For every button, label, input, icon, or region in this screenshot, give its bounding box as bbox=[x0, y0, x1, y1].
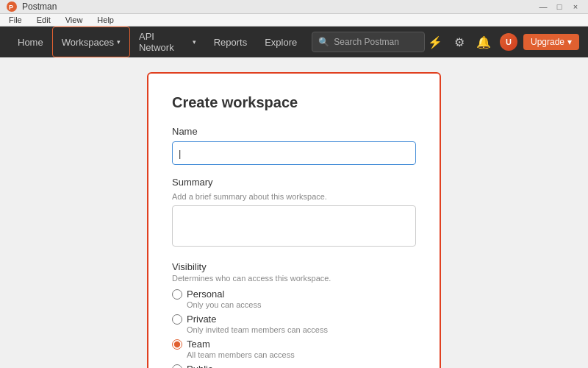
window-controls: — □ × bbox=[537, 0, 582, 13]
personal-label[interactable]: Personal bbox=[187, 289, 224, 300]
team-radio[interactable] bbox=[172, 339, 182, 350]
menu-bar: File Edit View Help bbox=[0, 14, 588, 26]
title-bar: P Postman — □ × bbox=[0, 0, 588, 14]
private-radio[interactable] bbox=[172, 314, 182, 325]
nav-api-network-label: API Network bbox=[139, 31, 190, 53]
name-input[interactable] bbox=[172, 141, 416, 165]
api-network-chevron-icon: ▾ bbox=[193, 38, 196, 46]
name-field-group: Name bbox=[172, 126, 416, 165]
menu-help[interactable]: Help bbox=[94, 14, 117, 26]
summary-field-group: Summary Add a brief summary about this w… bbox=[172, 177, 416, 250]
svg-text:P: P bbox=[9, 4, 13, 11]
user-avatar[interactable]: U bbox=[500, 33, 517, 51]
menu-file[interactable]: File bbox=[6, 14, 25, 26]
nav-workspaces[interactable]: Workspaces ▾ bbox=[52, 26, 130, 57]
create-workspace-dialog: Create workspace Name Summary Add a brie… bbox=[147, 72, 441, 368]
personal-radio[interactable] bbox=[172, 289, 182, 300]
nav-reports[interactable]: Reports bbox=[205, 26, 257, 57]
visibility-group: Visibility Determines who can access thi… bbox=[172, 261, 416, 368]
visibility-personal: Personal Only you can access bbox=[172, 289, 416, 309]
satellite-icon[interactable]: ⚡ bbox=[425, 32, 445, 52]
notification-icon[interactable]: 🔔 bbox=[473, 32, 494, 52]
main-content: Create workspace Name Summary Add a brie… bbox=[0, 57, 588, 368]
summary-hint: Add a brief summary about this workspace… bbox=[172, 192, 416, 201]
dialog-title: Create workspace bbox=[172, 94, 416, 111]
close-button[interactable]: × bbox=[569, 0, 582, 13]
visibility-label: Visibility bbox=[172, 261, 416, 272]
app-title: Postman bbox=[22, 1, 57, 12]
search-icon: 🔍 bbox=[318, 37, 329, 47]
title-bar-left: P Postman bbox=[6, 1, 57, 13]
visibility-team: Team All team members can access bbox=[172, 339, 416, 359]
minimize-button[interactable]: — bbox=[537, 0, 550, 13]
visibility-public: Public Everyone can view bbox=[172, 364, 416, 368]
nav-explore[interactable]: Explore bbox=[256, 26, 306, 57]
personal-sublabel: Only you can access bbox=[187, 300, 416, 309]
menu-edit[interactable]: Edit bbox=[34, 14, 54, 26]
nav-workspaces-label: Workspaces bbox=[62, 37, 114, 48]
team-sublabel: All team members can access bbox=[187, 350, 416, 359]
upgrade-button[interactable]: Upgrade ▾ bbox=[523, 34, 579, 50]
upgrade-label: Upgrade bbox=[531, 37, 564, 47]
visibility-hint: Determines who can access this workspace… bbox=[172, 274, 416, 283]
nav-home[interactable]: Home bbox=[9, 26, 52, 57]
workspaces-chevron-icon: ▾ bbox=[117, 38, 121, 46]
visibility-private: Private Only invited team members can ac… bbox=[172, 314, 416, 334]
search-placeholder: Search Postman bbox=[334, 37, 399, 47]
upgrade-chevron-icon: ▾ bbox=[567, 37, 572, 47]
summary-textarea[interactable] bbox=[172, 205, 416, 247]
visibility-options: Personal Only you can access Private Onl… bbox=[172, 289, 416, 368]
private-label[interactable]: Private bbox=[187, 314, 216, 325]
public-radio[interactable] bbox=[172, 364, 182, 369]
nav-right: ⚡ ⚙ 🔔 U Upgrade ▾ bbox=[425, 32, 579, 52]
menu-view[interactable]: View bbox=[62, 14, 86, 26]
search-bar[interactable]: 🔍 Search Postman bbox=[312, 32, 425, 52]
app-icon: P bbox=[6, 1, 18, 13]
private-sublabel: Only invited team members can access bbox=[187, 325, 416, 334]
team-label[interactable]: Team bbox=[187, 339, 210, 350]
public-label[interactable]: Public bbox=[187, 364, 212, 368]
settings-icon[interactable]: ⚙ bbox=[451, 32, 467, 52]
maximize-button[interactable]: □ bbox=[553, 0, 566, 13]
name-label: Name bbox=[172, 126, 416, 137]
nav-api-network[interactable]: API Network ▾ bbox=[130, 26, 205, 57]
summary-label: Summary bbox=[172, 177, 416, 188]
nav-bar: Home Workspaces ▾ API Network ▾ Reports … bbox=[0, 26, 588, 57]
